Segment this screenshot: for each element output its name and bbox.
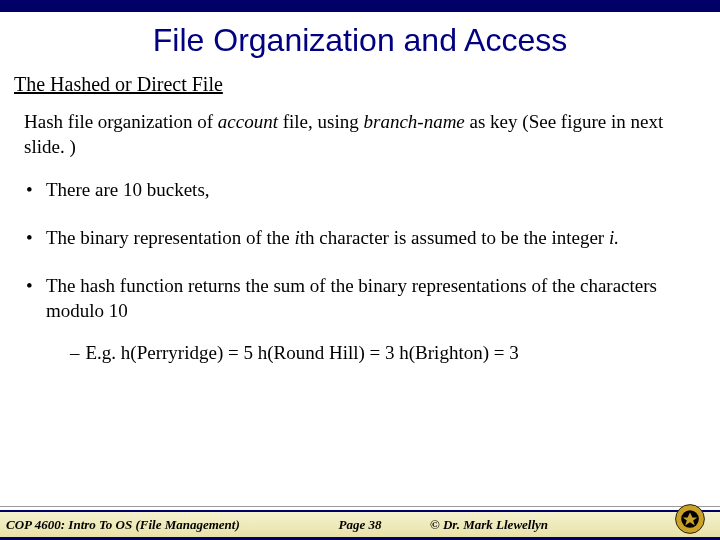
intro-paragraph: Hash file organization of account file, … (24, 110, 696, 159)
bullet-3-text: The hash function returns the sum of the… (46, 275, 657, 322)
bullet-1: There are 10 buckets, (24, 177, 696, 203)
bullet-1-text: There are 10 buckets, (46, 179, 210, 200)
bullet-2: The binary representation of the ith cha… (24, 225, 696, 251)
footer-page: Page 38 (339, 517, 382, 533)
intro-em-branchname: branch-name (363, 111, 464, 132)
footer-course: COP 4600: Intro To OS (File Management) (6, 517, 240, 533)
top-accent-bar (0, 0, 720, 12)
bullet-2-i2: i. (609, 227, 619, 248)
bullet-3: The hash function returns the sum of the… (24, 273, 696, 324)
sub-bullet: –E.g. h(Perryridge) = 5 h(Round Hill) = … (70, 342, 720, 364)
intro-text-mid: file, using (278, 111, 364, 132)
intro-em-account: account (218, 111, 278, 132)
slide-title: File Organization and Access (0, 22, 720, 59)
bullet-2-pre: The binary representation of the (46, 227, 294, 248)
slide-footer: COP 4600: Intro To OS (File Management) … (0, 510, 720, 540)
sub-dash: – (70, 342, 80, 363)
intro-text-pre: Hash file organization of (24, 111, 218, 132)
bullet-list: There are 10 buckets, The binary represe… (24, 177, 696, 324)
ucf-logo-icon (674, 503, 706, 535)
footer-copyright: © Dr. Mark Llewellyn (430, 517, 548, 533)
sub-text: E.g. h(Perryridge) = 5 h(Round Hill) = 3… (86, 342, 519, 363)
section-heading: The Hashed or Direct File (14, 73, 720, 96)
footer-divider-upper (0, 506, 720, 507)
bullet-2-post: th character is assumed to be the intege… (300, 227, 609, 248)
